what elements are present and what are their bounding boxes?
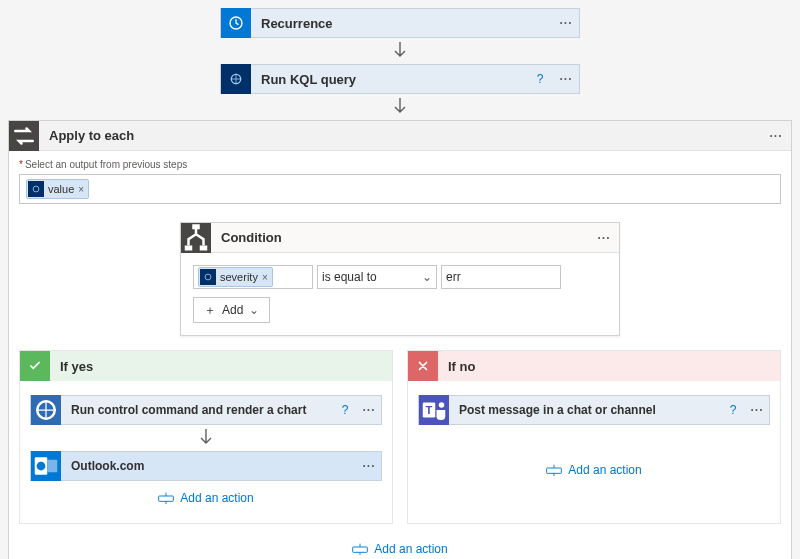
condition-header[interactable]: Condition ··· — [181, 223, 619, 253]
svg-point-2 — [33, 186, 39, 192]
condition-title: Condition — [211, 230, 589, 245]
query-icon — [221, 64, 251, 94]
svg-point-14 — [439, 402, 445, 408]
svg-rect-4 — [185, 245, 193, 250]
remove-token-icon[interactable]: × — [78, 184, 84, 195]
condition-operator-select[interactable]: is equal to ⌄ — [317, 265, 437, 289]
svg-rect-11 — [159, 496, 174, 501]
step-run-kql[interactable]: Run KQL query ? ··· — [220, 64, 580, 94]
add-row-label: Add — [222, 303, 243, 317]
step-title: Run KQL query — [251, 72, 527, 87]
add-action-button[interactable]: Add an action — [546, 453, 641, 477]
token-value[interactable]: value × — [26, 179, 89, 199]
menu-icon[interactable]: ··· — [553, 72, 579, 86]
svg-rect-15 — [547, 468, 562, 473]
action-title: Run control command and render a chart — [61, 403, 333, 417]
action-title: Post message in a chat or channel — [449, 403, 721, 417]
menu-icon[interactable]: ··· — [357, 403, 381, 417]
condition-right-input[interactable]: err — [441, 265, 561, 289]
svg-rect-3 — [192, 224, 200, 229]
plus-icon: ＋ — [204, 302, 216, 319]
add-action-button[interactable]: Add an action — [19, 524, 781, 556]
action-outlook[interactable]: Outlook.com ··· — [30, 451, 382, 481]
svg-text:T: T — [426, 404, 433, 416]
help-icon[interactable]: ? — [527, 72, 553, 86]
action-teams-post[interactable]: T Post message in a chat or channel ? ··… — [418, 395, 770, 425]
branch-yes-title: If yes — [50, 359, 103, 374]
select-output-label: Select an output from previous steps — [19, 159, 781, 170]
chevron-down-icon: ⌄ — [249, 303, 259, 317]
branch-yes-header[interactable]: If yes — [20, 351, 392, 381]
close-icon — [408, 351, 438, 381]
action-run-control-command[interactable]: Run control command and render a chart ?… — [30, 395, 382, 425]
token-icon — [200, 269, 216, 285]
token-severity[interactable]: severity × — [198, 267, 273, 287]
add-action-label: Add an action — [180, 491, 253, 505]
branch-no-header[interactable]: If no — [408, 351, 780, 381]
add-action-label: Add an action — [568, 463, 641, 477]
token-icon — [28, 181, 44, 197]
loop-icon — [9, 121, 39, 151]
add-row-button[interactable]: ＋ Add ⌄ — [193, 297, 270, 323]
chevron-down-icon: ⌄ — [422, 270, 432, 284]
menu-icon[interactable]: ··· — [553, 16, 579, 30]
add-action-button[interactable]: Add an action — [158, 481, 253, 505]
branch-no-title: If no — [438, 359, 485, 374]
action-title: Outlook.com — [61, 459, 357, 473]
condition-card: Condition ··· severity × — [180, 222, 620, 336]
token-label: value — [48, 183, 74, 195]
svg-rect-16 — [353, 547, 368, 552]
remove-token-icon[interactable]: × — [262, 272, 268, 283]
token-label: severity — [220, 271, 258, 283]
scope-title: Apply to each — [39, 128, 761, 143]
svg-rect-5 — [200, 245, 208, 250]
chart-icon — [31, 395, 61, 425]
scope-header[interactable]: Apply to each ··· — [9, 121, 791, 151]
menu-icon[interactable]: ··· — [357, 459, 381, 473]
operator-label: is equal to — [322, 270, 377, 284]
menu-icon[interactable]: ··· — [589, 231, 619, 245]
help-icon[interactable]: ? — [721, 403, 745, 417]
arrow-down-icon — [393, 42, 407, 60]
teams-icon: T — [419, 395, 449, 425]
svg-rect-9 — [47, 460, 57, 473]
arrow-down-icon — [199, 429, 213, 447]
svg-point-10 — [37, 462, 46, 471]
branch-icon — [181, 223, 211, 253]
arrow-down-icon — [393, 98, 407, 116]
check-icon — [20, 351, 50, 381]
outlook-icon — [31, 451, 61, 481]
svg-point-6 — [205, 274, 211, 280]
add-action-label: Add an action — [374, 542, 447, 556]
condition-right-value: err — [446, 270, 461, 284]
trigger-title: Recurrence — [251, 16, 553, 31]
clock-icon — [221, 8, 251, 38]
branch-no: If no T Post message in a chat or channe… — [407, 350, 781, 524]
scope-apply-to-each: Apply to each ··· Select an output from … — [8, 120, 792, 559]
menu-icon[interactable]: ··· — [761, 129, 791, 143]
condition-left-input[interactable]: severity × — [193, 265, 313, 289]
trigger-recurrence[interactable]: Recurrence ··· — [220, 8, 580, 38]
help-icon[interactable]: ? — [333, 403, 357, 417]
branch-yes: If yes Run control command and render a … — [19, 350, 393, 524]
menu-icon[interactable]: ··· — [745, 403, 769, 417]
select-output-input[interactable]: value × — [19, 174, 781, 204]
